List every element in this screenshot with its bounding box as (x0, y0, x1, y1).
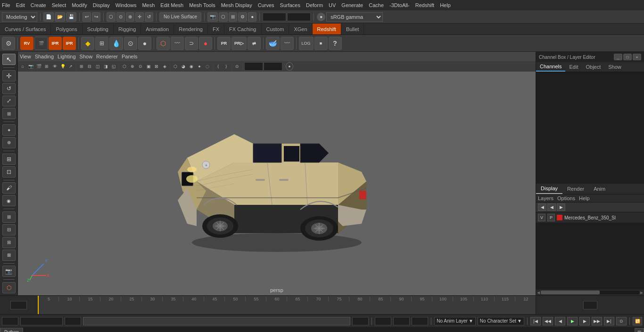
shelf-sphere1-btn[interactable]: ⊙ (124, 37, 137, 50)
menu-modify[interactable]: Modify (72, 2, 87, 8)
vp-tb-smooth[interactable]: ◌ (204, 62, 211, 71)
menu-redshift[interactable]: Redshift (415, 2, 434, 8)
frame-input-2[interactable]: 1 (20, 317, 63, 325)
transport-to-start[interactable]: |◀ (530, 317, 541, 325)
vp-rotate-y[interactable]: 1.00 (264, 62, 282, 71)
sculpt-tool[interactable]: ◉ (2, 195, 16, 206)
vp-view-menu[interactable]: View (20, 54, 31, 59)
transform-tool[interactable]: ⊞ (2, 108, 16, 119)
display-btn[interactable]: ⊞ (229, 12, 237, 22)
lasso-btn[interactable]: ⊙ (116, 12, 125, 22)
current-frame-input[interactable]: 1 (10, 301, 27, 309)
paint-sel-btn[interactable]: ⊕ (126, 12, 134, 22)
tab-fx[interactable]: FX (208, 24, 224, 34)
tab-rendering[interactable]: Rendering (174, 24, 208, 34)
panel-maximize-btn[interactable]: □ (623, 54, 632, 60)
shelf-grid-btn[interactable]: ⊞ (95, 37, 108, 50)
circle-btn[interactable]: ● (248, 12, 256, 22)
shelf-wave2-btn[interactable]: 〰 (281, 37, 294, 50)
layer-back-btn[interactable]: ◀ (538, 203, 546, 211)
menu-create[interactable]: Create (31, 2, 46, 8)
menu-generate[interactable]: Generate (341, 2, 363, 8)
menu-cache[interactable]: Cache (369, 2, 384, 8)
menu-editmesh[interactable]: Edit Mesh (160, 2, 183, 8)
panel-minimize-btn[interactable]: _ (614, 54, 622, 60)
end-frame-input[interactable]: 120 (352, 317, 369, 325)
select-tool[interactable]: ↖ (2, 54, 16, 65)
layer-disp-anim[interactable]: Anim (589, 184, 610, 194)
vp-tb-grid[interactable]: ⊞ (43, 62, 50, 71)
tab-bullet[interactable]: Bullet (341, 24, 364, 34)
tab-rigging[interactable]: Rigging (114, 24, 141, 34)
menu-uv[interactable]: UV (329, 2, 336, 8)
horizontal-scrollbar[interactable]: ◀ ▶ (536, 290, 644, 295)
translate-x-input[interactable]: 0.00 (263, 13, 286, 21)
shelf-bowl-btn[interactable]: 🥣 (266, 37, 280, 50)
menu-display[interactable]: Display (93, 2, 110, 8)
shelf-sphere2-btn[interactable]: ● (138, 37, 151, 50)
vp-renderer-menu[interactable]: Renderer (96, 54, 118, 59)
scale-tool[interactable]: ⤢ (2, 96, 16, 107)
vp-tb-grid6[interactable]: ◱ (110, 62, 117, 71)
tab-xgen[interactable]: XGen (289, 24, 312, 34)
transport-next-key[interactable]: ▶▶ (592, 317, 602, 325)
shelf-help-btn[interactable]: ? (329, 37, 342, 50)
shelf-rec-btn[interactable]: 🎬 (34, 37, 48, 50)
vp-tb-ao[interactable]: ● (196, 62, 203, 71)
layer-next-btn[interactable]: ▶ (557, 203, 565, 211)
gamma-icon[interactable]: ● (317, 13, 325, 21)
redshift-tool[interactable]: ⬡ (2, 282, 16, 293)
layout2-tool[interactable]: ⊟ (2, 224, 16, 235)
layer-disp-display[interactable]: Display (536, 184, 562, 194)
anim-layer-dropdown[interactable]: No Anim Layer ▼ (434, 317, 476, 325)
timeline-current-right[interactable]: 1 (583, 301, 597, 309)
shelf-log-btn[interactable]: LOG (299, 37, 314, 50)
layer-help-menu[interactable]: Help (579, 195, 590, 201)
vp-tb-grid5[interactable]: ◨ (102, 62, 109, 71)
menu-3dtoall[interactable]: -3DtoAll- (389, 2, 410, 8)
vp-tb-xray[interactable]: ⟩ (223, 62, 230, 71)
python-tab[interactable]: Python (0, 328, 23, 332)
layer-layers-menu[interactable]: Layers (538, 195, 553, 201)
menu-curves[interactable]: Curves (258, 2, 274, 8)
new-file-btn[interactable]: 📄 (43, 12, 54, 22)
layout-tool[interactable]: ⊞ (2, 211, 16, 223)
layer-disp-render[interactable]: Render (562, 184, 589, 194)
shelf-circle-btn[interactable]: ● (199, 37, 212, 50)
scroll-left-arrow[interactable]: ◀ (537, 291, 540, 295)
shelf-pr2-btn[interactable]: PR▷ (231, 37, 247, 50)
live-surface-btn[interactable]: No Live Surface (159, 12, 201, 22)
cycle-btn[interactable]: 🔁 (633, 317, 642, 325)
range-end-input[interactable]: 120 (393, 317, 410, 325)
shelf-pr3-btn[interactable]: ⇄ (248, 37, 261, 50)
python-input[interactable] (23, 328, 635, 332)
vp-tb-sel2[interactable]: ⊕ (129, 62, 136, 71)
layout4-tool[interactable]: ⊠ (2, 250, 16, 261)
timeline-ruler[interactable]: 5 10 15 20 25 30 35 40 45 50 55 60 65 70… (38, 296, 536, 314)
char-set-dropdown[interactable]: No Character Set ▼ (478, 317, 524, 325)
vp-tb-iso[interactable]: ⟨ (215, 62, 222, 71)
shelf-rs-log-btn[interactable]: ■ (314, 37, 328, 50)
layout3-tool[interactable]: ⊞ (2, 237, 16, 248)
gamma-selector[interactable]: sRGB gamma (326, 12, 383, 22)
menu-mesh[interactable]: Mesh (142, 2, 155, 8)
layer-item[interactable]: V P Mercedes_Benz_350_Sl (536, 212, 644, 223)
vp-tb-sel3[interactable]: ⊙ (137, 62, 144, 71)
scroll-thumb[interactable] (541, 291, 600, 294)
save-file-btn[interactable]: 💾 (66, 12, 76, 22)
layer-options-menu[interactable]: Options (557, 195, 575, 201)
menu-surfaces[interactable]: Surfaces (280, 2, 300, 8)
vp-tb-sel4[interactable]: ▣ (145, 62, 152, 71)
rotate-tool[interactable]: ↺ (2, 83, 16, 94)
tab-animation[interactable]: Animation (141, 24, 174, 34)
panel-close-btn[interactable]: × (633, 54, 641, 60)
vp-tb-cam2[interactable]: 🎬 (35, 62, 42, 71)
transport-to-end[interactable]: ▶| (604, 317, 614, 325)
paint-tool[interactable]: 🖌 (2, 182, 16, 194)
menu-meshdisplay[interactable]: Mesh Display (221, 2, 252, 8)
python-expand-btn[interactable]: ⊞ (635, 328, 644, 332)
vp-tb-arrow[interactable]: ↗ (67, 62, 74, 71)
ch-tab-channels[interactable]: Channels (536, 62, 565, 72)
menu-edit[interactable]: Edit (16, 2, 25, 8)
max-frame-input[interactable]: 200 (412, 317, 428, 325)
